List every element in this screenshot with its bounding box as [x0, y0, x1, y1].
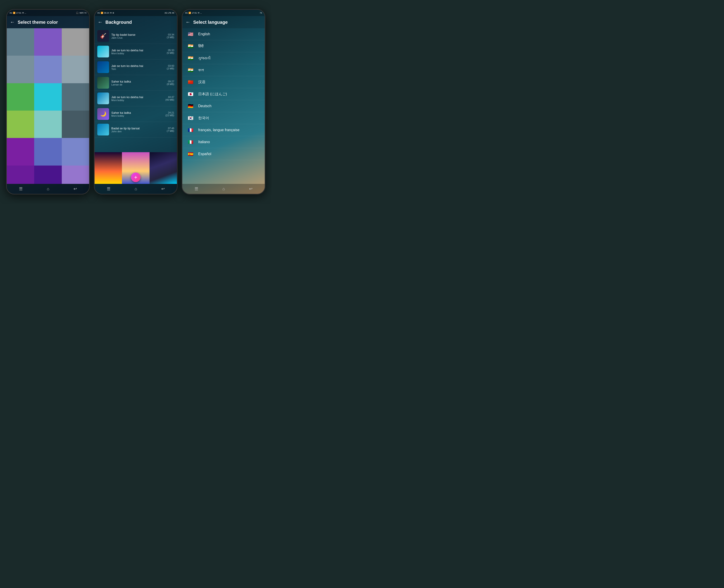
color-cell[interactable] — [7, 56, 34, 83]
language-flag: 🇮🇳 — [186, 56, 194, 61]
language-item[interactable]: 🇫🇷français, langue française — [182, 124, 265, 136]
track-item[interactable]: 🎸Tip tip badel barseJaim Crus03:34(3 MB) — [95, 28, 177, 44]
add-wallpaper-button[interactable]: + — [131, 172, 141, 182]
language-flag: 🇫🇷 — [186, 127, 194, 133]
language-item[interactable]: 🇰🇷한국어 — [182, 112, 265, 124]
track-meta: 07:46(7 MB) — [167, 127, 174, 132]
color-cell[interactable] — [62, 166, 89, 184]
language-item[interactable]: 🇺🇸English — [182, 28, 265, 40]
track-meta: 09:27(8 MB) — [167, 80, 174, 85]
time-2: 06:24 — [104, 12, 109, 14]
screen1-title: Select theme color — [18, 20, 58, 25]
track-info: Jab se tum ko dekha haiMoni bobby — [111, 96, 163, 102]
status-right-2: 4G LTE 49 — [164, 12, 174, 14]
track-thumbnail — [97, 61, 109, 73]
track-item[interactable]: Jab se tum ko dekha haiTom03:00(2 MB) — [95, 60, 177, 75]
language-flag: 🇯🇵 — [186, 91, 194, 97]
status-bar-1: 4G 📶 17:01 ✉ ... 🎧 WiFi 74 — [7, 10, 89, 16]
track-item[interactable]: Badal se tip tip barsatJohn den07:46(7 M… — [95, 122, 177, 138]
color-cell[interactable] — [34, 111, 62, 138]
signal-icon-3: 4G 📶 — [185, 12, 191, 14]
color-cell[interactable] — [7, 83, 34, 111]
mail-icon-2: ✉ ⊕ — [110, 12, 114, 14]
color-cell[interactable] — [7, 111, 34, 138]
track-item[interactable]: Saher ka ladkaLaman de09:27(8 MB) — [95, 75, 177, 91]
nav-bar-1: ☰ ⌂ ↩ — [7, 184, 89, 194]
color-cell[interactable] — [62, 111, 89, 138]
nav-bar-2: ☰ ⌂ ↩ — [95, 184, 177, 194]
screen3-title: Select language — [193, 20, 228, 25]
signal-icon-2: 4G 📶 — [97, 12, 103, 14]
nav-menu-2[interactable]: ☰ — [107, 186, 110, 191]
track-info: Saher ka ladkaLaman de — [111, 80, 164, 86]
battery-3: 74 — [260, 12, 262, 14]
track-meta: 05:33(5 MB) — [167, 49, 174, 54]
nav-home-1[interactable]: ⌂ — [47, 187, 49, 191]
language-list: 🇺🇸English🇮🇳हिंदी🇮🇳ગુજરાતી🇮🇳বাংলা🇨🇳汉语🇯🇵日本… — [182, 28, 265, 184]
nav-back-3[interactable]: ↩ — [249, 186, 252, 191]
track-artist: Laman de — [111, 83, 164, 86]
nav-menu-3[interactable]: ☰ — [194, 186, 198, 191]
language-flag: 🇮🇳 — [186, 43, 194, 49]
language-name: ગુજરાતી — [198, 56, 211, 60]
nav-menu-1[interactable]: ☰ — [19, 186, 23, 191]
battery-icon-2: 4G LTE 49 — [164, 12, 174, 14]
toolbar-3: ← Select language — [182, 16, 265, 28]
back-button-2[interactable]: ← — [98, 20, 103, 25]
track-artist: Tom — [111, 68, 164, 70]
track-thumbnail — [97, 124, 109, 135]
language-item[interactable]: 🇮🇳हिंदी — [182, 40, 265, 52]
color-cell[interactable] — [34, 166, 62, 184]
status-right-3: 74 — [260, 12, 262, 14]
language-item[interactable]: 🇩🇪Deutsch — [182, 100, 265, 112]
phone-background: 4G 📶 06:24 ✉ ⊕ 4G LTE 49 ← Background 🎸T… — [94, 9, 178, 194]
wallpaper-sunset[interactable] — [95, 152, 122, 184]
status-left-1: 4G 📶 17:01 ✉ ... — [9, 12, 26, 14]
color-cell[interactable] — [34, 138, 62, 165]
nav-home-3[interactable]: ⌂ — [222, 187, 225, 191]
signal-icon: 4G 📶 — [9, 12, 15, 14]
wallpaper-aurora[interactable] — [149, 152, 177, 184]
track-title: Jab se tum ko dekha hai — [111, 96, 163, 99]
color-cell[interactable] — [7, 28, 34, 56]
color-cell[interactable] — [62, 56, 89, 83]
language-item[interactable]: 🇯🇵日本語 (にほんご) — [182, 88, 265, 100]
language-item[interactable]: 🇮🇹Italiano — [182, 136, 265, 148]
language-name: français, langue française — [198, 128, 240, 132]
toolbar-1: ← Select theme color — [7, 16, 89, 28]
color-cell[interactable] — [7, 138, 34, 165]
language-item[interactable]: 🇨🇳汉语 — [182, 76, 265, 88]
headphone-icon: 🎧 — [76, 12, 79, 14]
mail-icon: ✉ ... — [22, 12, 26, 14]
track-info: Jab se tum ko dekha haiTom — [111, 64, 164, 70]
track-thumbnail: 🌙 — [97, 108, 109, 120]
color-cell[interactable] — [34, 28, 62, 56]
track-item[interactable]: 🌙Saher ka ladkaMoni bobby24:21(22 MB) — [95, 106, 177, 122]
language-item[interactable]: 🇮🇳ગુજરાતી — [182, 52, 265, 64]
track-item[interactable]: Jab se tum ko dekha haiMoni bobby05:33(5… — [95, 44, 177, 60]
color-cell[interactable] — [34, 83, 62, 111]
color-cell[interactable] — [34, 56, 62, 83]
nav-back-2[interactable]: ↩ — [161, 186, 165, 191]
back-button-1[interactable]: ← — [10, 20, 15, 25]
track-artist: Moni bobby — [111, 114, 163, 117]
language-name: 汉语 — [198, 80, 205, 85]
language-item[interactable]: 🇮🇳বাংলা — [182, 64, 265, 76]
track-title: Tip tip badel barse — [111, 33, 164, 36]
language-item[interactable]: 🇪🇸Español — [182, 148, 265, 160]
toolbar-2: ← Background — [95, 16, 177, 28]
back-button-3[interactable]: ← — [186, 20, 190, 25]
nav-back-1[interactable]: ↩ — [74, 186, 77, 191]
track-item[interactable]: Jab se tum ko dekha haiMoni bobby44:47(4… — [95, 91, 177, 106]
color-cell[interactable] — [62, 138, 89, 165]
color-cell[interactable] — [62, 83, 89, 111]
color-cell[interactable] — [62, 28, 89, 56]
track-info: Jab se tum ko dekha haiMoni bobby — [111, 49, 164, 55]
nav-home-2[interactable]: ⌂ — [135, 187, 137, 191]
phone-language: 4G 📶 17:01 ✉ ... 74 ← Select language 🇺🇸… — [182, 9, 265, 194]
time-3: 17:01 — [192, 12, 197, 14]
track-meta: 03:34(3 MB) — [167, 33, 174, 39]
color-cell[interactable] — [7, 166, 34, 184]
track-thumbnail — [97, 77, 109, 89]
track-meta: 44:47(40 MB) — [165, 96, 174, 101]
